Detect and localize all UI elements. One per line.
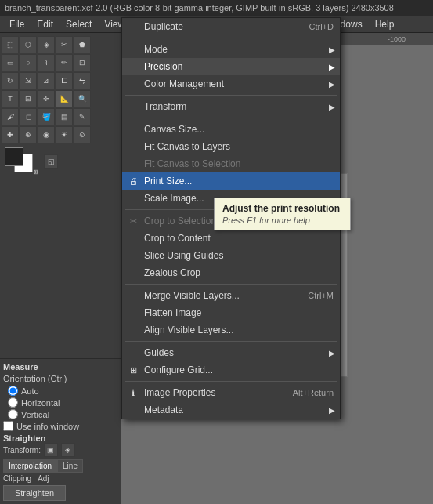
title-bar: branch_transparent.xcf-2.0 (RGB color 8-…: [0, 0, 433, 16]
transform-icon2[interactable]: ◈: [61, 443, 75, 457]
separator-2: [125, 95, 337, 96]
fit-selection-icon: [127, 158, 139, 170]
tool-erase[interactable]: ◻: [20, 108, 37, 125]
print-size-icon: 🖨: [127, 175, 139, 187]
tool-flip[interactable]: ⇋: [74, 72, 91, 89]
menu-item-fit-canvas-layers[interactable]: Fit Canvas to Layers: [122, 138, 340, 155]
menu-item-color-management[interactable]: Color Management ▶: [122, 75, 340, 92]
tab-line[interactable]: Line: [57, 459, 83, 473]
menu-item-merge-visible[interactable]: Merge Visible Layers... Ctrl+M: [122, 287, 340, 304]
transform-icon[interactable]: ▣: [44, 443, 58, 457]
clipping-row: Clipping Adj: [3, 474, 117, 483]
tab-interpolation[interactable]: Interpolation: [3, 459, 57, 473]
tool-select-color[interactable]: ◈: [38, 36, 55, 53]
tool-oval[interactable]: ○: [20, 54, 37, 71]
canvas-size-icon: [127, 123, 139, 136]
menu-item-duplicate[interactable]: Duplicate Ctrl+D: [122, 18, 340, 35]
tool-clone[interactable]: ⊕: [20, 126, 37, 143]
tool-crop[interactable]: ⊡: [74, 54, 91, 71]
separator-5: [125, 284, 337, 285]
menu-item-image-properties[interactable]: ℹ Image Properties Alt+Return: [122, 384, 340, 401]
menu-select[interactable]: Select: [60, 17, 98, 31]
menu-item-transform[interactable]: Transform ▶: [122, 98, 340, 115]
tool-gradient[interactable]: ▤: [56, 108, 73, 125]
tool-rotate[interactable]: ↻: [2, 72, 19, 89]
tool-scale[interactable]: ⇲: [20, 72, 37, 89]
tool-fg-select[interactable]: ⬟: [74, 36, 91, 53]
metadata-icon: [127, 404, 139, 416]
foreground-color-swatch[interactable]: [5, 147, 23, 166]
tool-free[interactable]: ⌇: [38, 54, 55, 71]
align-visible-icon: [127, 324, 139, 336]
metadata-arrow: ▶: [329, 406, 335, 415]
tool-text[interactable]: T: [2, 90, 19, 107]
duplicate-icon: [127, 20, 139, 33]
transform-icon: [127, 100, 139, 113]
menu-item-mode[interactable]: Mode ▶: [122, 41, 340, 58]
menu-item-precision[interactable]: Precision ▶: [122, 58, 340, 75]
tool-shear[interactable]: ⊿: [38, 72, 55, 89]
configure-grid-icon: ⊞: [127, 364, 139, 376]
tool-new[interactable]: ⬚: [2, 36, 19, 53]
menu-item-align-visible[interactable]: Align Visible Layers...: [122, 321, 340, 339]
tool-dodge[interactable]: ☀: [56, 126, 73, 143]
tool-row-1: ⬚ ⬡ ◈ ✂ ⬟: [2, 36, 119, 53]
crop-selection-icon: ✂: [127, 215, 139, 227]
tool-row-2: ▭ ○ ⌇ ✏ ⊡: [2, 54, 119, 71]
tool-perspective[interactable]: ⧠: [56, 72, 73, 89]
left-panel: ⬚ ⬡ ◈ ✂ ⬟ ▭ ○ ⌇ ✏ ⊡ ↻ ⇲ ⊿ ⧠ ⇋ T: [0, 33, 121, 504]
tool-measure[interactable]: 📐: [56, 90, 73, 107]
tool-row-6: ✚ ⊕ ◉ ☀ ⊙: [2, 126, 119, 143]
mode-icon: [127, 43, 139, 56]
tool-options-panel: Measure Orientation (Ctrl) Auto Horizont…: [0, 358, 121, 504]
quick-mask[interactable]: ◱: [44, 154, 58, 169]
precision-icon: [127, 60, 139, 73]
menu-item-zealous-crop[interactable]: Zealous Crop: [122, 264, 340, 281]
transform-row: Transform: ▣ ◈: [3, 443, 117, 457]
tool-options-title: Measure: [3, 362, 117, 372]
straighten-button[interactable]: Straighten: [3, 485, 66, 501]
crop-content-icon: [127, 232, 139, 245]
use-info-window-label: Use info window: [16, 422, 79, 431]
tool-pencil[interactable]: ✎: [74, 108, 91, 125]
menu-item-guides[interactable]: Guides ▶: [122, 344, 340, 361]
image-dropdown-menu: Duplicate Ctrl+D Mode ▶ Precision ▶ Colo…: [121, 17, 341, 419]
menu-item-print-size[interactable]: 🖨 Print Size...: [122, 172, 340, 190]
separator-6: [125, 341, 337, 342]
tool-paint[interactable]: 🖌: [2, 108, 19, 125]
menu-item-crop-content[interactable]: Crop to Content: [122, 230, 340, 247]
tool-zoom[interactable]: 🔍: [74, 90, 91, 107]
menu-item-scale-image[interactable]: Scale Image...: [122, 190, 340, 207]
menu-item-flatten[interactable]: Flatten Image: [122, 304, 340, 321]
use-info-window-row[interactable]: Use info window: [3, 421, 117, 431]
tool-fuzzy[interactable]: ⬡: [20, 36, 37, 53]
menu-file[interactable]: File: [3, 17, 31, 31]
menu-help[interactable]: Help: [369, 17, 401, 31]
separator-1: [125, 38, 337, 38]
tool-rect[interactable]: ▭: [2, 54, 19, 71]
use-info-window-checkbox[interactable]: [3, 421, 13, 431]
tool-move[interactable]: ✛: [38, 90, 55, 107]
menu-edit[interactable]: Edit: [31, 17, 60, 31]
menu-item-slice-guides[interactable]: Slice Using Guides: [122, 247, 340, 264]
mode-arrow: ▶: [329, 45, 335, 54]
zealous-crop-icon: [127, 267, 139, 279]
title-text: branch_transparent.xcf-2.0 (RGB color 8-…: [5, 3, 394, 13]
tool-smudge[interactable]: ⊙: [74, 126, 91, 143]
orientation-auto[interactable]: Auto: [8, 386, 117, 396]
tool-align[interactable]: ⊟: [20, 90, 37, 107]
menu-item-metadata[interactable]: Metadata ▶: [122, 401, 340, 419]
color-management-icon: [127, 78, 139, 90]
menu-item-canvas-size[interactable]: Canvas Size...: [122, 121, 340, 138]
reset-colors[interactable]: ⊠: [34, 169, 39, 176]
menu-item-configure-grid[interactable]: ⊞ Configure Grid...: [122, 361, 340, 379]
tool-heal[interactable]: ✚: [2, 126, 19, 143]
tool-bucket[interactable]: 🪣: [38, 108, 55, 125]
guides-arrow: ▶: [329, 349, 335, 357]
orientation-horizontal[interactable]: Horizontal: [8, 397, 117, 408]
tool-scissors[interactable]: ✂: [56, 36, 73, 53]
tool-paths[interactable]: ✏: [56, 54, 73, 71]
orientation-vertical[interactable]: Vertical: [8, 409, 117, 419]
tool-blur[interactable]: ◉: [38, 126, 55, 143]
tool-row-3: ↻ ⇲ ⊿ ⧠ ⇋: [2, 72, 119, 89]
